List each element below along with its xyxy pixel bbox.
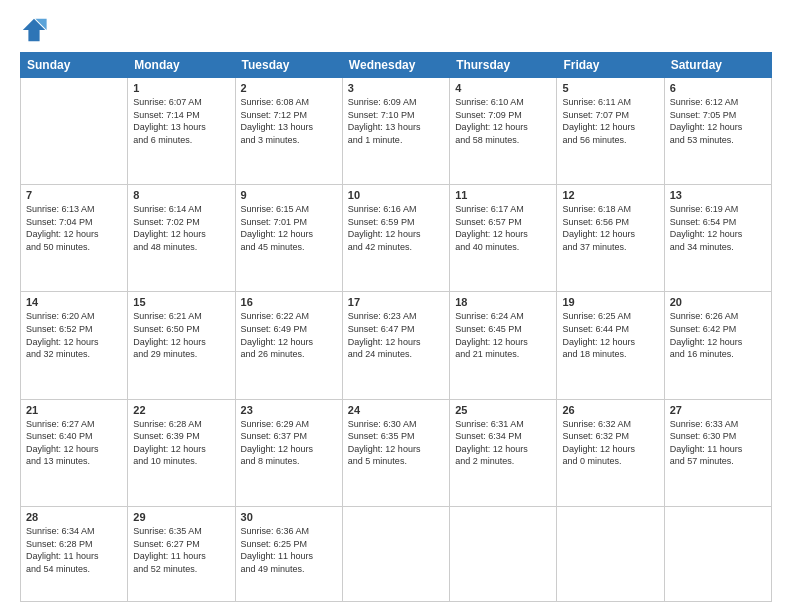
day-number: 6 xyxy=(670,82,766,94)
calendar-cell: 5Sunrise: 6:11 AM Sunset: 7:07 PM Daylig… xyxy=(557,78,664,185)
day-info: Sunrise: 6:22 AM Sunset: 6:49 PM Dayligh… xyxy=(241,310,337,360)
calendar-cell: 16Sunrise: 6:22 AM Sunset: 6:49 PM Dayli… xyxy=(235,292,342,399)
header xyxy=(20,16,772,44)
day-info: Sunrise: 6:07 AM Sunset: 7:14 PM Dayligh… xyxy=(133,96,229,146)
calendar-cell: 8Sunrise: 6:14 AM Sunset: 7:02 PM Daylig… xyxy=(128,185,235,292)
day-info: Sunrise: 6:09 AM Sunset: 7:10 PM Dayligh… xyxy=(348,96,444,146)
day-info: Sunrise: 6:10 AM Sunset: 7:09 PM Dayligh… xyxy=(455,96,551,146)
calendar-cell xyxy=(664,506,771,601)
calendar-cell: 21Sunrise: 6:27 AM Sunset: 6:40 PM Dayli… xyxy=(21,399,128,506)
calendar-cell: 12Sunrise: 6:18 AM Sunset: 6:56 PM Dayli… xyxy=(557,185,664,292)
calendar-cell: 13Sunrise: 6:19 AM Sunset: 6:54 PM Dayli… xyxy=(664,185,771,292)
day-info: Sunrise: 6:36 AM Sunset: 6:25 PM Dayligh… xyxy=(241,525,337,575)
day-info: Sunrise: 6:17 AM Sunset: 6:57 PM Dayligh… xyxy=(455,203,551,253)
calendar-cell xyxy=(557,506,664,601)
week-row-1: 7Sunrise: 6:13 AM Sunset: 7:04 PM Daylig… xyxy=(21,185,772,292)
day-number: 20 xyxy=(670,296,766,308)
calendar-cell: 20Sunrise: 6:26 AM Sunset: 6:42 PM Dayli… xyxy=(664,292,771,399)
day-number: 18 xyxy=(455,296,551,308)
logo xyxy=(20,16,52,44)
day-number: 25 xyxy=(455,404,551,416)
calendar-cell: 25Sunrise: 6:31 AM Sunset: 6:34 PM Dayli… xyxy=(450,399,557,506)
weekday-header-tuesday: Tuesday xyxy=(235,53,342,78)
day-number: 14 xyxy=(26,296,122,308)
day-info: Sunrise: 6:16 AM Sunset: 6:59 PM Dayligh… xyxy=(348,203,444,253)
calendar-cell: 24Sunrise: 6:30 AM Sunset: 6:35 PM Dayli… xyxy=(342,399,449,506)
day-info: Sunrise: 6:14 AM Sunset: 7:02 PM Dayligh… xyxy=(133,203,229,253)
week-row-2: 14Sunrise: 6:20 AM Sunset: 6:52 PM Dayli… xyxy=(21,292,772,399)
day-info: Sunrise: 6:18 AM Sunset: 6:56 PM Dayligh… xyxy=(562,203,658,253)
day-info: Sunrise: 6:27 AM Sunset: 6:40 PM Dayligh… xyxy=(26,418,122,468)
day-info: Sunrise: 6:26 AM Sunset: 6:42 PM Dayligh… xyxy=(670,310,766,360)
day-number: 22 xyxy=(133,404,229,416)
day-number: 5 xyxy=(562,82,658,94)
calendar-cell xyxy=(450,506,557,601)
day-info: Sunrise: 6:34 AM Sunset: 6:28 PM Dayligh… xyxy=(26,525,122,575)
day-info: Sunrise: 6:28 AM Sunset: 6:39 PM Dayligh… xyxy=(133,418,229,468)
day-info: Sunrise: 6:24 AM Sunset: 6:45 PM Dayligh… xyxy=(455,310,551,360)
calendar-cell: 14Sunrise: 6:20 AM Sunset: 6:52 PM Dayli… xyxy=(21,292,128,399)
calendar-cell: 30Sunrise: 6:36 AM Sunset: 6:25 PM Dayli… xyxy=(235,506,342,601)
calendar-cell: 2Sunrise: 6:08 AM Sunset: 7:12 PM Daylig… xyxy=(235,78,342,185)
weekday-header-monday: Monday xyxy=(128,53,235,78)
calendar-cell xyxy=(21,78,128,185)
day-info: Sunrise: 6:23 AM Sunset: 6:47 PM Dayligh… xyxy=(348,310,444,360)
day-info: Sunrise: 6:30 AM Sunset: 6:35 PM Dayligh… xyxy=(348,418,444,468)
day-number: 1 xyxy=(133,82,229,94)
day-number: 23 xyxy=(241,404,337,416)
weekday-header-thursday: Thursday xyxy=(450,53,557,78)
calendar-cell: 22Sunrise: 6:28 AM Sunset: 6:39 PM Dayli… xyxy=(128,399,235,506)
day-info: Sunrise: 6:08 AM Sunset: 7:12 PM Dayligh… xyxy=(241,96,337,146)
week-row-3: 21Sunrise: 6:27 AM Sunset: 6:40 PM Dayli… xyxy=(21,399,772,506)
calendar-cell: 6Sunrise: 6:12 AM Sunset: 7:05 PM Daylig… xyxy=(664,78,771,185)
day-number: 21 xyxy=(26,404,122,416)
calendar-cell: 29Sunrise: 6:35 AM Sunset: 6:27 PM Dayli… xyxy=(128,506,235,601)
day-number: 24 xyxy=(348,404,444,416)
day-number: 19 xyxy=(562,296,658,308)
calendar-cell: 18Sunrise: 6:24 AM Sunset: 6:45 PM Dayli… xyxy=(450,292,557,399)
calendar-cell: 26Sunrise: 6:32 AM Sunset: 6:32 PM Dayli… xyxy=(557,399,664,506)
day-number: 26 xyxy=(562,404,658,416)
calendar-cell: 15Sunrise: 6:21 AM Sunset: 6:50 PM Dayli… xyxy=(128,292,235,399)
calendar-cell: 4Sunrise: 6:10 AM Sunset: 7:09 PM Daylig… xyxy=(450,78,557,185)
day-number: 2 xyxy=(241,82,337,94)
day-info: Sunrise: 6:21 AM Sunset: 6:50 PM Dayligh… xyxy=(133,310,229,360)
day-info: Sunrise: 6:31 AM Sunset: 6:34 PM Dayligh… xyxy=(455,418,551,468)
calendar-cell: 19Sunrise: 6:25 AM Sunset: 6:44 PM Dayli… xyxy=(557,292,664,399)
weekday-header-saturday: Saturday xyxy=(664,53,771,78)
day-info: Sunrise: 6:15 AM Sunset: 7:01 PM Dayligh… xyxy=(241,203,337,253)
day-number: 27 xyxy=(670,404,766,416)
weekday-header-wednesday: Wednesday xyxy=(342,53,449,78)
day-number: 11 xyxy=(455,189,551,201)
day-number: 9 xyxy=(241,189,337,201)
calendar-cell: 7Sunrise: 6:13 AM Sunset: 7:04 PM Daylig… xyxy=(21,185,128,292)
day-info: Sunrise: 6:25 AM Sunset: 6:44 PM Dayligh… xyxy=(562,310,658,360)
day-info: Sunrise: 6:29 AM Sunset: 6:37 PM Dayligh… xyxy=(241,418,337,468)
logo-icon xyxy=(20,16,48,44)
calendar-cell: 28Sunrise: 6:34 AM Sunset: 6:28 PM Dayli… xyxy=(21,506,128,601)
week-row-4: 28Sunrise: 6:34 AM Sunset: 6:28 PM Dayli… xyxy=(21,506,772,601)
weekday-header-row: SundayMondayTuesdayWednesdayThursdayFrid… xyxy=(21,53,772,78)
day-info: Sunrise: 6:33 AM Sunset: 6:30 PM Dayligh… xyxy=(670,418,766,468)
day-number: 3 xyxy=(348,82,444,94)
day-number: 28 xyxy=(26,511,122,523)
weekday-header-friday: Friday xyxy=(557,53,664,78)
calendar-cell: 10Sunrise: 6:16 AM Sunset: 6:59 PM Dayli… xyxy=(342,185,449,292)
day-number: 12 xyxy=(562,189,658,201)
day-number: 30 xyxy=(241,511,337,523)
calendar-cell: 17Sunrise: 6:23 AM Sunset: 6:47 PM Dayli… xyxy=(342,292,449,399)
day-number: 29 xyxy=(133,511,229,523)
day-number: 13 xyxy=(670,189,766,201)
calendar-cell: 23Sunrise: 6:29 AM Sunset: 6:37 PM Dayli… xyxy=(235,399,342,506)
day-info: Sunrise: 6:13 AM Sunset: 7:04 PM Dayligh… xyxy=(26,203,122,253)
day-info: Sunrise: 6:12 AM Sunset: 7:05 PM Dayligh… xyxy=(670,96,766,146)
calendar-cell: 1Sunrise: 6:07 AM Sunset: 7:14 PM Daylig… xyxy=(128,78,235,185)
day-number: 4 xyxy=(455,82,551,94)
day-number: 17 xyxy=(348,296,444,308)
week-row-0: 1Sunrise: 6:07 AM Sunset: 7:14 PM Daylig… xyxy=(21,78,772,185)
calendar-cell xyxy=(342,506,449,601)
day-number: 8 xyxy=(133,189,229,201)
calendar-cell: 3Sunrise: 6:09 AM Sunset: 7:10 PM Daylig… xyxy=(342,78,449,185)
calendar-cell: 27Sunrise: 6:33 AM Sunset: 6:30 PM Dayli… xyxy=(664,399,771,506)
calendar-cell: 11Sunrise: 6:17 AM Sunset: 6:57 PM Dayli… xyxy=(450,185,557,292)
